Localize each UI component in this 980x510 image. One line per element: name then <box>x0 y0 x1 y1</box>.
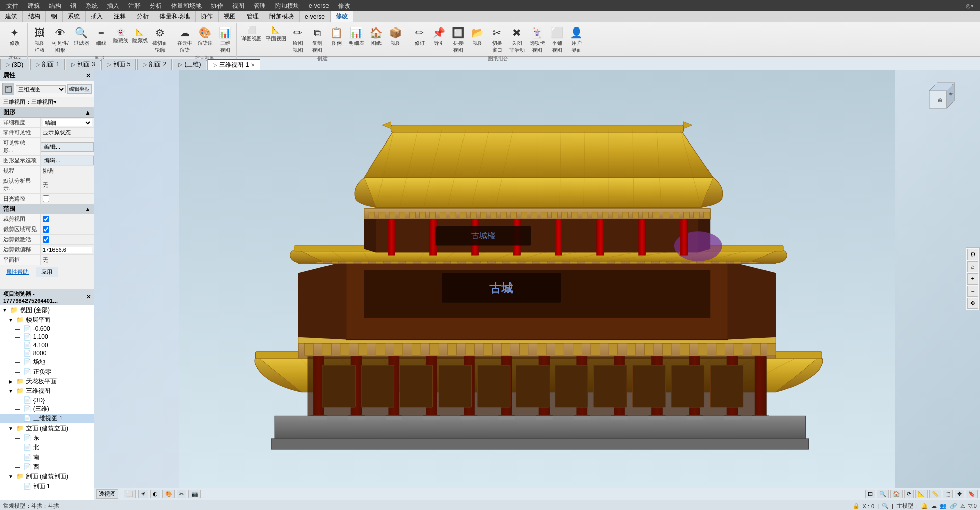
tree-level-4100[interactable]: — 📄 4.100 <box>0 341 94 349</box>
tree-section-1[interactable]: — 📄 剖面 1 <box>0 481 94 491</box>
ribbon-tab-insert[interactable]: 插入 <box>86 11 108 22</box>
ribbon-tab-massing[interactable]: 体量和场地 <box>154 11 196 22</box>
props-checkbox-crop-vis[interactable] <box>41 225 51 233</box>
menu-item-collaborate[interactable]: 协作 <box>207 1 227 11</box>
tree-ceiling-plans[interactable]: ▶ 📁 天花板平面 <box>0 377 94 386</box>
menu-item-view[interactable]: 视图 <box>228 1 249 11</box>
ribbon-btn-detail-view[interactable]: ⬜ 详图视图 <box>240 24 263 43</box>
menu-item-addins[interactable]: 附加模块 <box>271 1 304 11</box>
tab-section2[interactable]: ▷ 剖面 2 <box>137 59 172 70</box>
vb-btn-render-mode[interactable]: 🎨 <box>162 490 175 498</box>
menu-item-system[interactable]: 系统 <box>81 1 102 11</box>
props-checkbox-far-clip[interactable] <box>41 236 51 243</box>
viewport-canvas[interactable]: 古城 <box>94 70 980 488</box>
ribbon-btn-schedule[interactable]: 📊 明细表 <box>347 24 366 48</box>
ribbon-btn-guide[interactable]: 📌 导引 <box>430 24 448 48</box>
ribbon-tab-everse[interactable]: e-verse <box>300 11 331 22</box>
ribbon-tab-collaborate[interactable]: 协作 <box>196 11 219 22</box>
menu-extra[interactable]: ◎▾ <box>962 2 978 10</box>
ribbon-tab-view[interactable]: 视图 <box>219 11 241 22</box>
menu-item-annotate[interactable]: 注释 <box>124 1 145 11</box>
tree-level-0600[interactable]: — 📄 -0.600 <box>0 325 94 333</box>
project-browser-close-icon[interactable]: ✕ <box>86 294 91 300</box>
tree-level-zero[interactable]: — 📄 正负零 <box>0 367 94 377</box>
far-offset-input[interactable] <box>43 247 92 253</box>
vb-extra-1[interactable]: ⊞ <box>865 490 875 498</box>
tree-expand-views[interactable]: ▼ <box>1 307 8 313</box>
tab-3d[interactable]: ▷ (3D) <box>0 59 29 70</box>
sun-path-checkbox[interactable] <box>43 195 49 202</box>
properties-close-icon[interactable]: ✕ <box>86 72 91 79</box>
vp-tool-home[interactable]: ⌂ <box>967 261 978 272</box>
menu-item-modify[interactable]: 修改 <box>334 1 355 11</box>
vp-tool-zoom-out[interactable]: − <box>967 286 978 297</box>
ribbon-btn-tab-views[interactable]: 🃏 选项卡视图 <box>528 24 547 55</box>
vb-btn-camera[interactable]: 📷 <box>188 490 201 498</box>
ribbon-btn-filter[interactable]: 🔍 过滤器 <box>72 24 91 48</box>
edit-type-btn[interactable]: 编辑类型 <box>67 84 92 94</box>
ribbon-tab-modify[interactable]: 修改 <box>331 11 353 22</box>
ribbon-btn-close-inactive[interactable]: ✖ 关闭非活动 <box>507 24 527 55</box>
ribbon-btn-cut-profile[interactable]: ⚙ 截切面轮廓 <box>150 24 170 55</box>
props-value-far-offset[interactable] <box>41 246 94 254</box>
tree-elev-east[interactable]: — 📄 东 <box>0 433 94 443</box>
apply-button[interactable]: 应用 <box>36 267 58 277</box>
menu-item-structure[interactable]: 结构 <box>45 1 65 11</box>
tree-level-8000[interactable]: — 📄 8000 <box>0 349 94 357</box>
ribbon-btn-visibility[interactable]: 👁 可见性/图形 <box>50 24 71 55</box>
vb-extra-3[interactable]: 🏠 <box>890 490 903 498</box>
ribbon-btn-sheet[interactable]: 🏠 图纸 <box>367 24 386 48</box>
vb-extra-7[interactable]: ⬚ <box>943 490 953 498</box>
ribbon-btn-tile-views[interactable]: ⬜ 平铺视图 <box>548 24 566 55</box>
vb-extra-4[interactable]: ⟳ <box>904 490 914 498</box>
ribbon-btn-cloud-render[interactable]: ☁ 在云中渲染 <box>175 24 195 55</box>
vb-btn-sun[interactable]: ☀ <box>138 490 148 498</box>
tree-expand-ceiling[interactable]: ▶ <box>7 379 14 384</box>
ribbon-btn-view[interactable]: 📦 视图 <box>387 24 405 48</box>
view-type-select[interactable]: 三维视图 <box>16 85 66 93</box>
tab-section3[interactable]: ▷ 剖面 3 <box>66 59 100 70</box>
ribbon-btn-duplicate-view[interactable]: ⧉ 复制视图 <box>308 24 326 55</box>
ribbon-btn-hide-lines[interactable]: 👻 隐藏线 <box>112 26 130 45</box>
tree-level-1100[interactable]: — 📄 1.100 <box>0 333 94 341</box>
vb-btn-crop[interactable]: ✂ <box>177 490 186 498</box>
props-checkbox-crop[interactable] <box>41 215 51 223</box>
tree-3d-paren[interactable]: — 📄 (三维) <box>0 404 94 414</box>
ribbon-tab-structure[interactable]: 结构 <box>23 11 46 22</box>
menu-item-insert[interactable]: 插入 <box>103 1 123 11</box>
tree-expand-sect[interactable]: ▼ <box>7 474 14 479</box>
menu-item-file[interactable]: 文件 <box>2 1 22 11</box>
vb-extra-9[interactable]: 🔖 <box>966 490 978 498</box>
status-warning-icon[interactable]: ⚠ <box>960 503 965 509</box>
menu-item-manage[interactable]: 管理 <box>250 1 270 11</box>
ribbon-tab-addins[interactable]: 附加模块 <box>264 11 300 22</box>
tree-elev-west[interactable]: — 📄 西 <box>0 462 94 472</box>
ribbon-btn-match-line[interactable]: 🔲 拼接视图 <box>449 24 468 55</box>
ribbon-btn-view-template[interactable]: 🖼 视图样板 <box>31 24 49 55</box>
props-value-detail[interactable]: 精细 <box>41 118 94 127</box>
tab-3d-paren[interactable]: ▷ (三维) <box>173 59 206 70</box>
ribbon-btn-plan-view[interactable]: 📐 平面视图 <box>264 24 288 43</box>
detail-level-select[interactable]: 精细 <box>43 119 92 126</box>
tree-level-site[interactable]: — 📄 场地 <box>0 357 94 367</box>
ribbon-btn-legend[interactable]: 📋 图例 <box>328 24 346 48</box>
tree-expand-elev[interactable]: ▼ <box>7 426 14 431</box>
ribbon-tab-annotate[interactable]: 注释 <box>108 11 131 22</box>
tree-views-root[interactable]: ▼ 📁 视图 (全部) <box>0 305 94 315</box>
tab-section5[interactable]: ▷ 剖面 5 <box>101 59 136 70</box>
menu-item-everse[interactable]: e-verse <box>305 1 333 10</box>
ribbon-btn-user-interface[interactable]: 👤 用户界面 <box>567 24 586 55</box>
vb-btn-perspective[interactable]: 透视图 <box>96 489 118 499</box>
vp-tool-zoom-in[interactable]: + <box>967 273 978 285</box>
tree-elev-north[interactable]: — 📄 北 <box>0 443 94 452</box>
ribbon-tab-analyze[interactable]: 分析 <box>131 11 154 22</box>
ribbon-tab-architecture[interactable]: 建筑 <box>0 11 23 22</box>
vp-tool-pan[interactable]: ✥ <box>967 298 978 309</box>
section-title-graphics[interactable]: 图形 ▲ <box>0 107 94 118</box>
view-cube[interactable]: 前 右 <box>919 75 960 116</box>
ribbon-btn-3d-view[interactable]: 📊 三维视图 <box>216 24 234 55</box>
ribbon-btn-viewport[interactable]: 📂 视图 <box>469 24 487 48</box>
crop-view-checkbox[interactable] <box>43 216 49 222</box>
tree-3d-views[interactable]: ▼ 📁 三维视图 <box>0 386 94 396</box>
tree-3d-default[interactable]: — 📄 {3D} <box>0 396 94 404</box>
